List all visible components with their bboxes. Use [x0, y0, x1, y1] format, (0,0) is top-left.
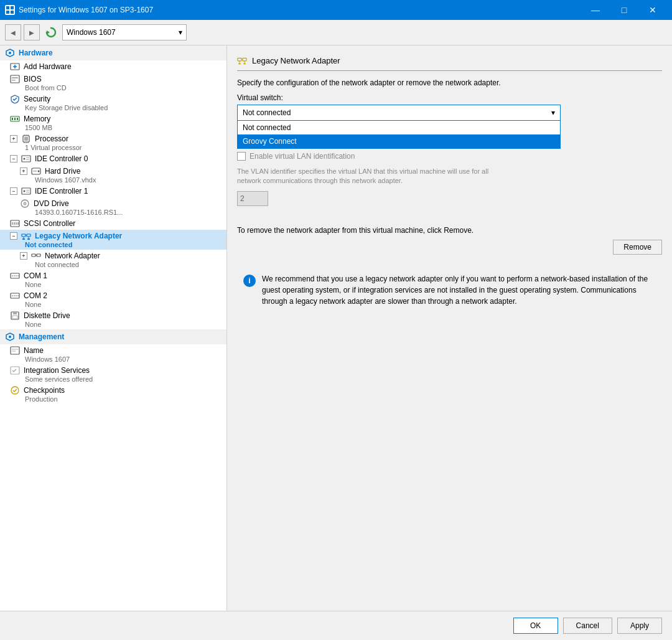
processor-sub: 1 Virtual processor: [10, 144, 222, 151]
svg-rect-1: [11, 6, 14, 9]
virtual-switch-option-not-connected[interactable]: Not connected: [238, 121, 560, 134]
com2-sub: None: [10, 301, 222, 308]
remove-button[interactable]: Remove: [613, 240, 662, 255]
sidebar-item-network-adapter[interactable]: + Network Adapter Not connected: [0, 250, 226, 270]
legacy-network-icon: [21, 231, 31, 241]
sidebar-item-scsi[interactable]: SCSI Controller: [0, 217, 226, 230]
svg-rect-51: [32, 254, 35, 256]
svg-point-60: [12, 295, 13, 296]
svg-point-62: [16, 295, 17, 296]
network-adapter-sub: Not connected: [20, 261, 222, 268]
ok-button[interactable]: OK: [513, 618, 558, 634]
close-button[interactable]: ✕: [638, 0, 667, 20]
sidebar-item-integration[interactable]: Integration Services Some services offer…: [0, 364, 226, 384]
svg-rect-2: [6, 11, 9, 14]
sidebar-item-diskette[interactable]: Diskette Drive None: [0, 309, 226, 329]
scsi-icon: [10, 219, 20, 228]
network-adapter-expand[interactable]: +: [20, 252, 27, 260]
network-adapter-icon: [31, 251, 41, 261]
sidebar-item-legacy-network[interactable]: − Legacy Network Adapter Not connected: [0, 230, 226, 250]
svg-rect-49: [22, 238, 25, 240]
sidebar-item-add-hardware[interactable]: Add Hardware: [0, 60, 226, 73]
svg-rect-31: [33, 171, 37, 172]
security-label: Security: [24, 95, 50, 103]
checkpoints-sub: Production: [10, 395, 222, 403]
processor-label: Processor: [35, 134, 68, 143]
com2-icon: [10, 291, 20, 301]
name-label: Name: [24, 346, 44, 355]
vm-selector-dropdown[interactable]: Windows 1607 ▾: [62, 24, 187, 40]
maximize-button[interactable]: □: [610, 0, 638, 20]
cancel-button[interactable]: Cancel: [563, 618, 612, 634]
vlan-checkbox-label: Enable virtual LAN identification: [250, 152, 355, 161]
sidebar-item-checkpoints[interactable]: Checkpoints Production: [0, 384, 226, 404]
panel-header: Legacy Network Adapter: [237, 55, 662, 71]
vlan-checkbox[interactable]: [237, 152, 246, 161]
sidebar-item-security[interactable]: Security Key Storage Drive disabled: [0, 93, 226, 113]
svg-rect-27: [26, 158, 29, 158]
legacy-network-expand[interactable]: −: [10, 232, 17, 240]
sidebar-item-ide0[interactable]: − IDE Controller 0: [0, 153, 226, 165]
memory-sub: 1500 MB: [10, 124, 222, 131]
nav-forward-button[interactable]: ▶: [24, 24, 40, 40]
sidebar: Hardware Add Hardware BIOS: [0, 45, 227, 611]
main-window: ◀ ▶ Windows 1607 ▾ Hardware: [0, 20, 672, 640]
ide1-icon: [21, 186, 31, 196]
sidebar-item-com2[interactable]: COM 2 None: [0, 289, 226, 309]
name-sub: Windows 1607: [10, 355, 222, 363]
svg-rect-3: [11, 11, 14, 14]
vlan-id-input[interactable]: [237, 191, 268, 206]
bios-label: BIOS: [24, 75, 42, 83]
svg-rect-69: [11, 347, 19, 354]
virtual-switch-select-button[interactable]: Not connected ▾: [237, 105, 561, 121]
bios-icon: [10, 74, 20, 84]
diskette-label: Diskette Drive: [24, 311, 70, 320]
sidebar-item-processor[interactable]: + Processor 1 Virtual processor: [0, 133, 226, 153]
svg-rect-44: [22, 234, 26, 237]
sidebar-item-memory[interactable]: Memory 1500 MB: [0, 113, 226, 133]
svg-point-68: [9, 336, 11, 338]
sidebar-item-com1[interactable]: COM 1 None: [0, 270, 226, 289]
minimize-button[interactable]: —: [581, 0, 610, 20]
ide0-label: IDE Controller 0: [35, 154, 88, 163]
virtual-switch-dropdown[interactable]: Not connected ▾ Not connected Groovy Con…: [237, 105, 561, 121]
sidebar-item-name[interactable]: Name Windows 1607: [0, 344, 226, 364]
refresh-button[interactable]: [42, 24, 60, 41]
ide1-label: IDE Controller 1: [35, 187, 88, 195]
dvd-drive-label: DVD Drive: [34, 199, 69, 208]
virtual-switch-option-groovy[interactable]: Groovy Connect: [238, 134, 560, 148]
svg-point-33: [24, 191, 26, 192]
svg-point-26: [24, 158, 26, 160]
name-icon: [10, 346, 20, 355]
legacy-network-label: Legacy Network Adapter: [35, 232, 122, 240]
sidebar-item-dvd-drive[interactable]: DVD Drive 14393.0.160715-1616.RS1...: [0, 197, 226, 217]
ide0-expand[interactable]: −: [10, 155, 17, 162]
hardware-section-icon: [5, 48, 15, 58]
info-text: We recommend that you use a legacy netwo…: [262, 273, 656, 307]
dvd-drive-sub: 14393.0.160715-1616.RS1...: [20, 209, 222, 216]
processor-expand[interactable]: +: [10, 135, 17, 143]
memory-icon: [10, 114, 20, 124]
sidebar-item-bios[interactable]: BIOS Boot from CD: [0, 73, 226, 93]
hard-drive-icon: [31, 166, 41, 176]
sidebar-item-hard-drive[interactable]: + Hard Drive Windows 1607.vhdx: [0, 165, 226, 185]
ide1-expand[interactable]: −: [10, 187, 17, 195]
memory-label: Memory: [24, 115, 50, 123]
nav-back-button[interactable]: ◀: [5, 24, 21, 40]
svg-point-6: [9, 52, 11, 54]
sidebar-item-ide1[interactable]: − IDE Controller 1: [0, 185, 226, 197]
add-hardware-icon: [10, 62, 20, 72]
com1-label: COM 1: [24, 271, 47, 280]
svg-rect-14: [12, 118, 13, 120]
security-icon: [10, 94, 20, 104]
info-icon: i: [243, 275, 256, 287]
panel-title: Legacy Network Adapter: [252, 56, 340, 65]
svg-rect-74: [238, 58, 241, 60]
apply-button[interactable]: Apply: [617, 618, 662, 634]
svg-rect-65: [13, 312, 17, 314]
svg-rect-32: [22, 188, 30, 194]
svg-rect-11: [12, 77, 18, 78]
hard-drive-expand[interactable]: +: [20, 167, 27, 175]
ide0-icon: [21, 154, 31, 164]
info-box: i We recommend that you use a legacy net…: [237, 267, 662, 313]
